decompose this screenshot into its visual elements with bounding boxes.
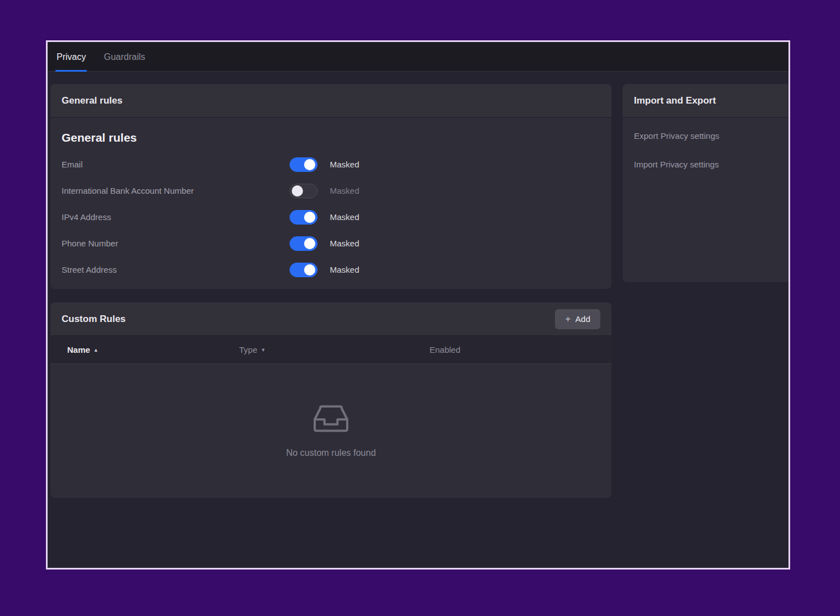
column-label: Name — [67, 345, 90, 354]
column-label: Enabled — [430, 345, 460, 354]
rule-row-phone: Phone Number Masked — [50, 230, 612, 256]
sort-ascending-icon: ▲ — [94, 347, 99, 353]
rule-row-ipv4: IPv4 Address Masked — [50, 204, 612, 230]
rule-label: Street Address — [62, 265, 290, 274]
general-rules-card-header: General rules — [50, 84, 612, 118]
phone-toggle[interactable] — [290, 236, 318, 251]
rule-status: Masked — [330, 160, 360, 169]
import-export-card-title: Import and Export — [634, 95, 716, 106]
general-rules-card: General rules General rules Email Masked… — [50, 84, 612, 289]
ipv4-toggle[interactable] — [290, 210, 318, 225]
import-export-card-header: Import and Export — [623, 84, 790, 118]
column-header-enabled: Enabled — [430, 345, 460, 354]
rule-status: Masked — [330, 212, 360, 222]
rule-status: Masked — [330, 186, 360, 195]
tab-bar: Privacy Guardrails — [48, 42, 788, 72]
rule-status: Masked — [330, 239, 360, 248]
column-label: Type — [239, 345, 258, 354]
custom-rules-table-header: Name ▲ Type ▼ Enabled — [50, 336, 612, 364]
custom-rules-empty-state: No custom rules found — [50, 364, 612, 497]
rule-label: International Bank Account Number — [62, 186, 290, 195]
general-rules-card-title: General rules — [62, 95, 123, 106]
rule-label: Phone Number — [62, 239, 290, 248]
custom-rules-card: Custom Rules + Add Name ▲ Type ▼ Enabled — [50, 302, 612, 498]
add-rule-button-label: Add — [575, 314, 590, 324]
rule-row-iban: International Bank Account Number Masked — [50, 178, 612, 204]
export-privacy-settings-link[interactable]: Export Privacy settings — [634, 131, 790, 141]
empty-state-message: No custom rules found — [286, 448, 376, 458]
toggle-knob — [292, 185, 303, 197]
toggle-knob — [304, 264, 315, 276]
rule-status: Masked — [330, 265, 360, 274]
settings-window: Privacy Guardrails General rules General… — [46, 40, 790, 570]
import-privacy-settings-link[interactable]: Import Privacy settings — [634, 160, 790, 169]
tab-privacy[interactable]: Privacy — [55, 52, 87, 72]
tab-guardrails[interactable]: Guardrails — [102, 52, 146, 72]
street-toggle[interactable] — [290, 263, 318, 277]
column-header-type[interactable]: Type ▼ — [239, 345, 430, 354]
desktop-background: { "tabs": [ { "label": "Privacy", "activ… — [0, 0, 840, 616]
iban-toggle[interactable] — [290, 184, 318, 198]
chevron-down-icon: ▼ — [261, 347, 266, 353]
email-toggle[interactable] — [290, 157, 318, 172]
rule-label: IPv4 Address — [62, 212, 290, 222]
column-header-name[interactable]: Name ▲ — [50, 345, 239, 354]
import-export-card: Import and Export Export Privacy setting… — [623, 84, 790, 282]
general-rules-section-title: General rules — [62, 131, 600, 144]
rule-row-email: Email Masked — [50, 151, 612, 178]
toggle-knob — [304, 159, 315, 170]
rule-row-street: Street Address Masked — [50, 256, 612, 283]
add-rule-button[interactable]: + Add — [555, 309, 600, 329]
inbox-tray-icon — [311, 403, 351, 436]
settings-content: General rules General rules Email Masked… — [48, 72, 788, 568]
custom-rules-card-title: Custom Rules — [62, 314, 125, 325]
plus-icon: + — [565, 314, 571, 324]
rule-label: Email — [62, 160, 290, 169]
toggle-knob — [304, 238, 315, 249]
toggle-knob — [304, 212, 315, 223]
custom-rules-card-header: Custom Rules + Add — [50, 302, 612, 336]
